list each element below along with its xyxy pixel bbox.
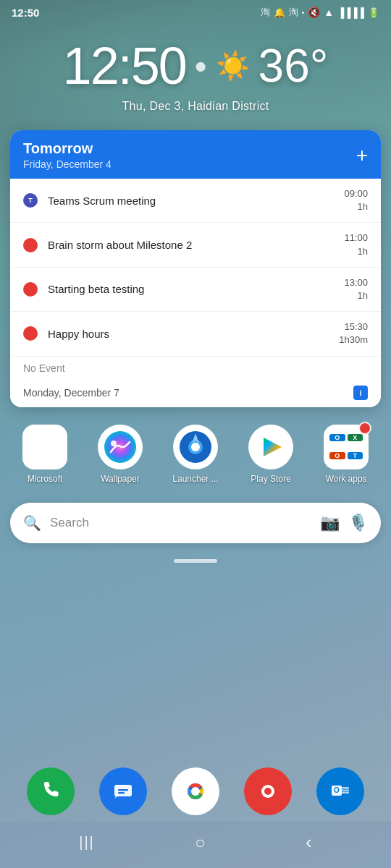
app-playstore[interactable]: Play Store	[238, 425, 303, 484]
app-wallpaper[interactable]: Wallpaper	[88, 425, 153, 484]
calendar-info-icon[interactable]: i	[353, 386, 368, 400]
app-label-wallpaper: Wallpaper	[101, 474, 140, 484]
calendar-widget: Tomorrow Friday, December 4 + T Teams Sc…	[10, 130, 381, 407]
calendar-header: Tomorrow Friday, December 4 +	[10, 130, 381, 179]
app-icon-launcher-wrap	[173, 425, 218, 469]
search-input[interactable]: Search	[50, 516, 311, 530]
dock-apps-row: O	[0, 760, 391, 821]
outlook-icon: O	[316, 767, 364, 815]
event-name-4: Happy hours	[48, 328, 329, 340]
cellular-icon: ▐▐▐▐	[337, 7, 364, 18]
app-badge-workapps	[358, 422, 371, 435]
next-day-row: Monday, December 7 i	[10, 380, 381, 407]
status-bar: 12:50 淘 🔔 淘 • 🔇 ▲ ▐▐▐▐ 🔋	[0, 0, 391, 22]
temperature: 36°	[258, 39, 329, 93]
nav-recents-button[interactable]: |||	[79, 834, 95, 851]
next-day-label: Monday, December 7	[23, 387, 119, 399]
signal-icon: 🔔	[274, 7, 285, 18]
home-pill	[174, 559, 217, 563]
dock-app-outlook[interactable]: O	[316, 767, 364, 815]
event-name-1: Teams Scrum meeting	[48, 195, 334, 207]
dot-indicator: •	[302, 9, 305, 17]
svg-point-12	[191, 787, 200, 796]
no-event-label: No Event	[10, 357, 381, 380]
app-icon-wallpaper-wrap	[98, 425, 143, 469]
status-time: 12:50	[12, 7, 39, 19]
app-icon-wallpaper	[98, 425, 143, 469]
taobao-icon2: 淘	[289, 6, 298, 19]
bottom-dock: O ||| ○ ‹	[0, 760, 391, 868]
svg-point-1	[111, 441, 117, 446]
app-row: Microsoft	[0, 407, 391, 491]
event-time-2: 11:00 1h	[344, 231, 368, 258]
mute-icon: 🔇	[308, 7, 320, 18]
event-dot-3	[23, 282, 38, 297]
event-dot-2	[23, 238, 38, 252]
svg-point-14	[264, 788, 272, 795]
event-name-2: Brain storm about Milestone 2	[48, 239, 334, 251]
svg-rect-17	[342, 787, 349, 793]
event-time-1: 09:00 1h	[344, 187, 368, 213]
app-label-playstore: Play Store	[251, 474, 290, 484]
microphone-icon[interactable]: 🎙️	[348, 514, 368, 532]
calendar-date-label: Friday, December 4	[23, 158, 112, 170]
dock-app-recorder[interactable]	[244, 767, 292, 815]
weather-icon: ☀️	[216, 50, 250, 82]
nav-bar: ||| ○ ‹	[0, 821, 391, 868]
status-icons: 淘 🔔 淘 • 🔇 ▲ ▐▐▐▐ 🔋	[261, 6, 379, 19]
svg-rect-8	[118, 789, 128, 791]
calendar-events-list: T Teams Scrum meeting 09:00 1h Brain sto…	[10, 179, 381, 407]
event-time-3: 13:00 1h	[344, 276, 368, 302]
dock-app-chrome[interactable]	[172, 767, 219, 815]
nav-home-button[interactable]: ○	[195, 833, 206, 853]
event-time-4: 15:30 1h30m	[339, 320, 368, 346]
calendar-tomorrow-label: Tomorrow	[23, 140, 112, 157]
app-launcher[interactable]: Launcher ...	[163, 425, 228, 484]
svg-text:O: O	[334, 786, 340, 794]
app-label-launcher: Launcher ...	[172, 474, 218, 484]
app-icon-playstore	[248, 425, 293, 469]
app-label-workapps: Work apps	[325, 474, 366, 484]
home-indicator	[0, 550, 391, 567]
calendar-event-2[interactable]: Brain storm about Milestone 2 11:00 1h	[10, 223, 381, 267]
dock-app-messages[interactable]	[99, 767, 147, 815]
app-icon-launcher	[173, 425, 218, 469]
chrome-icon	[172, 767, 219, 815]
calendar-event-1[interactable]: T Teams Scrum meeting 09:00 1h	[10, 179, 381, 223]
svg-point-4	[191, 443, 200, 451]
taobao-icon1: 淘	[261, 6, 270, 19]
calendar-event-4[interactable]: Happy hours 15:30 1h30m	[10, 312, 381, 356]
app-label-microsoft: Microsoft	[28, 474, 63, 484]
app-workapps[interactable]: O X O T Work apps	[314, 425, 379, 484]
app-icon-microsoft	[22, 425, 67, 469]
clock-weather-area: 12:50 • ☀️ 36° Thu, Dec 3, Haidian Distr…	[0, 22, 391, 120]
nav-back-button[interactable]: ‹	[306, 831, 312, 854]
calendar-add-button[interactable]: +	[356, 145, 368, 166]
clock-separator: •	[195, 46, 207, 86]
calendar-title: Tomorrow Friday, December 4	[23, 140, 112, 170]
app-icon-workapps-wrap: O X O T	[324, 425, 369, 469]
wifi-icon: ▲	[324, 7, 334, 18]
search-icon: 🔍	[23, 514, 41, 532]
calendar-event-3[interactable]: Starting beta testing 13:00 1h	[10, 268, 381, 312]
date-location: Thu, Dec 3, Haidian District	[14, 100, 377, 113]
app-microsoft[interactable]: Microsoft	[12, 425, 77, 484]
camera-search-icon[interactable]: 📷	[320, 514, 340, 532]
event-name-3: Starting beta testing	[48, 283, 334, 295]
battery-icon: 🔋	[368, 7, 379, 18]
dock-app-phone[interactable]	[27, 767, 75, 815]
app-icon-microsoft-wrap	[22, 425, 67, 469]
event-dot-4	[23, 326, 38, 341]
phone-icon	[27, 767, 75, 815]
app-icon-playstore-wrap	[248, 425, 293, 469]
event-icon-teams: T	[23, 193, 38, 208]
svg-rect-9	[118, 792, 125, 794]
messages-icon	[99, 767, 147, 815]
recorder-icon	[244, 767, 292, 815]
search-bar[interactable]: 🔍 Search 📷 🎙️	[10, 503, 381, 543]
clock-time: 12:50	[63, 36, 186, 95]
